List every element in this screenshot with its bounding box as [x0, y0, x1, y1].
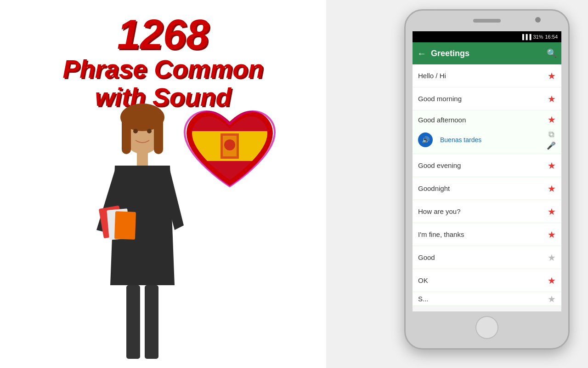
time-display: 16:54 [545, 34, 558, 40]
phrase-text: S... [418, 295, 429, 303]
list-item[interactable]: Good evening ★ [413, 154, 561, 177]
svg-point-16 [147, 129, 152, 133]
list-item[interactable]: Hello / Hi ★ [413, 64, 561, 87]
star-icon[interactable]: ★ [548, 183, 556, 194]
star-icon[interactable]: ★ [548, 229, 556, 240]
phrase-text: Good evening [418, 161, 461, 169]
svg-point-4 [224, 139, 235, 150]
phrase-text: Goodnight [418, 184, 450, 192]
star-icon[interactable]: ★ [548, 275, 556, 286]
translation-text: Buenas tardes [440, 136, 481, 144]
list-item[interactable]: Good morning ★ [413, 87, 561, 110]
phrase-text: Good afternoon [418, 116, 466, 124]
signal-icon: ▐▐▐ [520, 34, 531, 40]
mic-icon[interactable]: 🎤 [547, 141, 556, 150]
list-item[interactable]: OK ★ [413, 269, 561, 292]
battery-indicator: 31% [533, 34, 543, 40]
copy-icon[interactable]: ⧉ [548, 130, 554, 139]
svg-point-17 [138, 149, 145, 153]
list-item[interactable]: I'm fine, thanks ★ [413, 223, 561, 246]
home-button[interactable] [475, 316, 498, 339]
list-item[interactable]: S... ★ [413, 292, 561, 306]
star-icon[interactable]: ★ [548, 206, 556, 217]
star-icon[interactable]: ★ [548, 70, 556, 81]
phrase-text: I'm fine, thanks [418, 230, 464, 238]
phrase-text: Good morning [418, 95, 462, 103]
main-number: 1268 [117, 14, 209, 55]
search-icon[interactable]: 🔍 [547, 48, 557, 58]
svg-point-15 [133, 129, 138, 133]
list-item[interactable]: How are you? ★ [413, 200, 561, 223]
star-icon[interactable]: ★ [548, 114, 556, 125]
svg-rect-8 [154, 117, 163, 154]
list-item[interactable]: Good ★ [413, 246, 561, 269]
svg-rect-12 [114, 211, 136, 240]
svg-rect-13 [126, 285, 140, 359]
main-line1: Phrase Common [62, 55, 263, 83]
screen-title: Greetings [431, 49, 542, 58]
status-bar: ▐▐▐ 31% 16:54 [413, 31, 561, 42]
phone-camera [535, 17, 541, 23]
phrase-text: OK [418, 276, 428, 284]
phrase-text: Good [418, 253, 435, 261]
svg-rect-14 [145, 285, 158, 359]
svg-rect-9 [137, 152, 148, 166]
phrase-text: How are you? [418, 207, 461, 215]
phrase-text: Hello / Hi [418, 72, 446, 80]
phrase-list: Hello / Hi ★ Good morning ★ Good afterno… [413, 64, 561, 306]
phone-screen: ▐▐▐ 31% 16:54 ← Greetings 🔍 Hello / Hi ★ [413, 31, 561, 311]
app-header: ← Greetings 🔍 [413, 42, 561, 64]
star-icon[interactable]: ★ [548, 93, 556, 104]
play-button[interactable]: 🔊 [418, 132, 433, 147]
back-button[interactable]: ← [417, 48, 426, 59]
star-empty-icon[interactable]: ★ [548, 252, 556, 263]
star-icon[interactable]: ★ [548, 160, 556, 171]
phone-container: ▐▐▐ 31% 16:54 ← Greetings 🔍 Hello / Hi ★ [400, 9, 574, 359]
phone-speaker [473, 19, 501, 23]
phone-body: ▐▐▐ 31% 16:54 ← Greetings 🔍 Hello / Hi ★ [404, 9, 570, 350]
list-item[interactable]: Goodnight ★ [413, 177, 561, 200]
svg-rect-7 [122, 117, 131, 154]
girl-figure [74, 101, 211, 368]
star-empty-icon[interactable]: ★ [548, 293, 556, 305]
list-item-expanded[interactable]: Good afternoon ★ 🔊 Buenas tardes ⧉ 🎤 [413, 110, 561, 154]
